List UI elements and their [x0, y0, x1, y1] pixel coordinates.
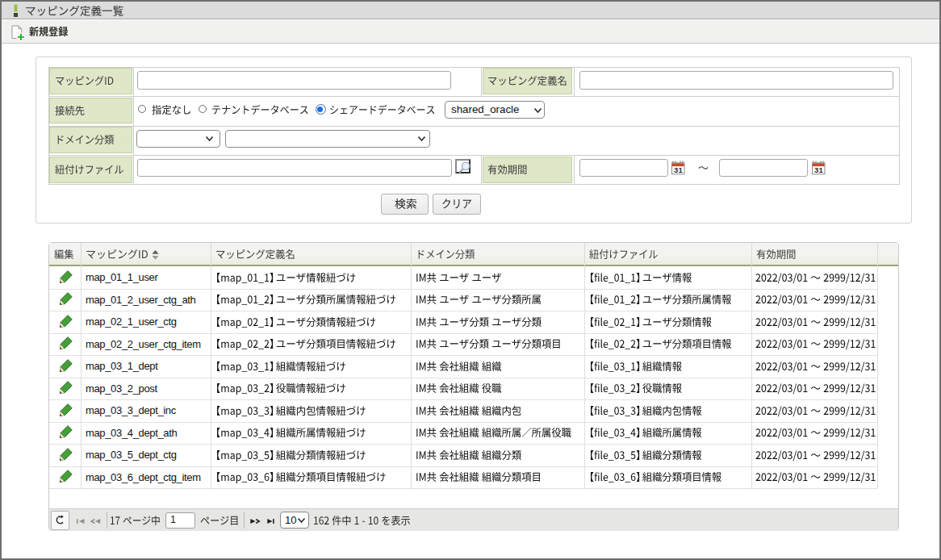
svg-text:31: 31: [674, 165, 683, 174]
svg-text:31: 31: [814, 165, 823, 174]
